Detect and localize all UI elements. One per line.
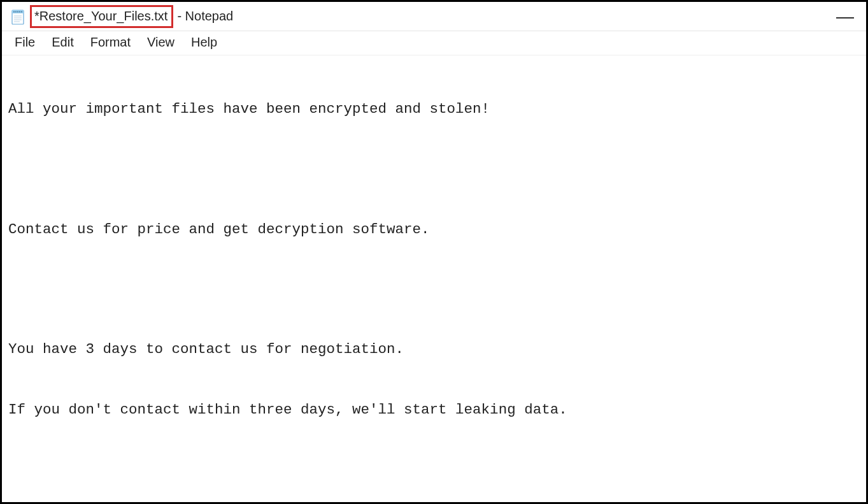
text-line: All your important files have been encry… bbox=[8, 99, 864, 120]
minimize-button[interactable]: — bbox=[836, 8, 855, 25]
blank-line bbox=[8, 460, 864, 480]
svg-point-4 bbox=[17, 11, 18, 12]
text-line: Contact us for price and get decryption … bbox=[8, 220, 864, 240]
menu-format[interactable]: Format bbox=[83, 34, 138, 51]
title-filename: *Restore_Your_Files.txt bbox=[30, 5, 173, 28]
svg-point-2 bbox=[13, 11, 15, 12]
blank-line bbox=[8, 280, 864, 299]
text-line: If you don't contact within three days, … bbox=[8, 400, 864, 421]
svg-point-3 bbox=[15, 11, 17, 12]
notepad-icon bbox=[11, 8, 25, 25]
text-line: You have 3 days to contact us for negoti… bbox=[8, 340, 864, 360]
menu-view[interactable]: View bbox=[139, 34, 182, 51]
menu-help[interactable]: Help bbox=[183, 34, 225, 51]
window-controls: — bbox=[836, 8, 861, 25]
text-area[interactable]: All your important files have been encry… bbox=[2, 55, 866, 502]
blank-line bbox=[8, 160, 864, 180]
menu-file[interactable]: File bbox=[7, 34, 43, 51]
svg-point-5 bbox=[19, 11, 20, 12]
notepad-window: *Restore_Your_Files.txt - Notepad — File… bbox=[0, 0, 868, 504]
menubar: File Edit Format View Help bbox=[2, 31, 866, 55]
menu-edit[interactable]: Edit bbox=[44, 34, 81, 51]
window-title: *Restore_Your_Files.txt - Notepad bbox=[30, 5, 233, 28]
title-appname: - Notepad bbox=[177, 9, 233, 24]
svg-point-6 bbox=[21, 11, 22, 12]
titlebar[interactable]: *Restore_Your_Files.txt - Notepad — bbox=[2, 2, 866, 31]
